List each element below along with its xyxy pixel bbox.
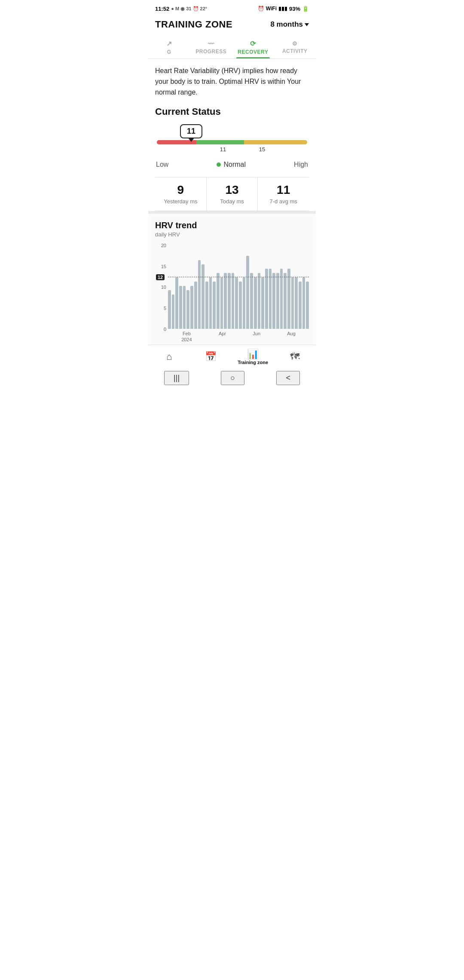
bottom-nav: ⌂ 📅 📊 Training zone 🗺 [148, 345, 316, 368]
chart-bar [172, 294, 175, 329]
slider-track [157, 140, 307, 144]
hrv-chart: 20 15 10 5 0 12 Feb 2024 Apr Jun [155, 243, 309, 345]
chart-bar [168, 290, 171, 329]
hrv-slider: 11 11 15 [155, 124, 309, 154]
x-label-apr: Apr [219, 331, 226, 343]
chart-bar [276, 273, 279, 329]
chart-bar [287, 269, 290, 329]
tab-progress-icon: 〰 [208, 40, 214, 47]
slider-marker-high: 15 [259, 146, 265, 153]
stat-yesterday-label: Yesterday ms [157, 198, 205, 205]
tab-g-label: G [167, 49, 171, 55]
tab-progress-label: PROGRESS [195, 49, 226, 55]
chart-bar [272, 273, 275, 329]
tab-progress[interactable]: 〰 PROGRESS [190, 35, 232, 58]
label-high: High [294, 161, 308, 168]
stat-7d-label: 7-d avg ms [259, 198, 307, 205]
chart-bar [190, 286, 193, 329]
sys-nav-home[interactable]: ○ [221, 371, 244, 385]
nav-map[interactable]: 🗺 [280, 352, 310, 362]
tab-g-icon: ↗ [166, 40, 172, 48]
chart-bar [299, 282, 302, 329]
x-label-aug-text: Aug [287, 331, 296, 337]
stat-today-label: Today ms [208, 198, 256, 205]
label-normal: Normal [217, 161, 246, 168]
stats-row: 9 Yesterday ms 13 Today ms 11 7-d avg ms [155, 177, 309, 211]
chart-bar [175, 277, 178, 329]
status-time: 11:52 [155, 6, 169, 12]
x-label-jun-text: Jun [253, 331, 260, 337]
nav-training-zone-label: Training zone [238, 360, 268, 365]
chart-bar [295, 277, 298, 329]
sys-nav-back[interactable]: < [276, 371, 300, 385]
chart-bar [280, 269, 283, 329]
period-selector[interactable]: 8 months [270, 20, 309, 29]
hrv-trend-section: HRV trend daily HRV 20 15 10 5 0 12 Feb … [148, 211, 316, 345]
chart-bar [224, 273, 227, 329]
y-label-10: 10 [155, 285, 166, 290]
chart-bar [306, 282, 309, 329]
hrv-trend-subtitle: daily HRV [155, 231, 309, 238]
chart-bar [239, 282, 242, 329]
chart-bar [291, 277, 294, 329]
chart-bar [235, 277, 238, 329]
status-alarm-icon: ⏰ [258, 6, 264, 12]
chart-bar [284, 273, 287, 329]
main-content: Heart Rate Variability (HRV) implies how… [148, 59, 316, 211]
x-label-apr-text: Apr [219, 331, 226, 337]
chart-bar [254, 277, 257, 329]
tab-activity[interactable]: ⚙ ACTIVITY [274, 35, 316, 58]
tab-recovery[interactable]: ⟳ RECOVERY [232, 35, 274, 58]
training-zone-icon: 📊 [247, 349, 259, 359]
track-green [196, 140, 244, 144]
chart-y-axis: 20 15 10 5 0 [155, 243, 166, 332]
chart-bar [269, 269, 272, 329]
chart-bar [246, 256, 249, 329]
status-wifi-icon: WiFi [266, 6, 277, 12]
system-nav: ||| ○ < [148, 368, 316, 389]
slider-marker-low: 11 [220, 146, 226, 153]
chart-bar [258, 273, 261, 329]
x-label-jun: Jun [253, 331, 260, 343]
chart-bar [205, 282, 208, 329]
x-label-feb: Feb 2024 [181, 331, 192, 343]
nav-home[interactable]: ⌂ [154, 352, 184, 362]
chart-bar [217, 273, 220, 329]
hrv-description: Heart Rate Variability (HRV) implies how… [155, 66, 309, 98]
chart-bar [179, 286, 182, 329]
status-bar: 11:52 ● M ◉ 31 ⏰ 22° ⏰ WiFi ▮▮▮ 93% 🔋 [148, 0, 316, 15]
chart-bar [243, 277, 246, 329]
sys-nav-recent[interactable]: ||| [164, 371, 189, 385]
tab-bar: ↗ G 〰 PROGRESS ⟳ RECOVERY ⚙ ACTIVITY [148, 35, 316, 59]
x-label-feb-text: Feb [181, 331, 192, 337]
tab-activity-label: ACTIVITY [282, 48, 308, 54]
status-icons: ● M ◉ 31 ⏰ 22° [171, 6, 207, 12]
current-status-title: Current Status [155, 106, 309, 117]
x-label-feb-year: 2024 [181, 337, 192, 343]
chart-bar [194, 282, 197, 329]
stat-today-value: 13 [208, 184, 256, 197]
y-label-20: 20 [155, 243, 166, 248]
status-labels-row: Low Normal High [155, 159, 309, 170]
normal-dot-icon [217, 162, 221, 167]
chart-bar [261, 277, 264, 329]
chart-x-axis: Feb 2024 Apr Jun Aug [168, 329, 309, 345]
nav-training-zone[interactable]: 📊 Training zone [238, 349, 268, 365]
slider-tooltip: 11 [157, 124, 307, 138]
chart-bar [213, 282, 216, 329]
chart-bar [186, 290, 189, 329]
chart-bars-area: 12 [168, 243, 309, 329]
stat-yesterday: 9 Yesterday ms [155, 178, 207, 211]
track-yellow [244, 140, 307, 144]
calendar-icon: 📅 [205, 352, 217, 361]
current-status-section: Current Status 11 11 15 Low Normal [155, 106, 309, 170]
nav-calendar[interactable]: 📅 [196, 352, 226, 362]
hrv-trend-title: HRV trend [155, 220, 309, 230]
tab-g[interactable]: ↗ G [148, 35, 190, 58]
period-label: 8 months [270, 20, 303, 29]
chart-bar [228, 273, 231, 329]
chart-bar [183, 286, 186, 329]
chart-bar [220, 277, 223, 329]
slider-markers-row: 11 15 [157, 146, 307, 154]
app-title: TRAINING ZONE [155, 19, 232, 30]
